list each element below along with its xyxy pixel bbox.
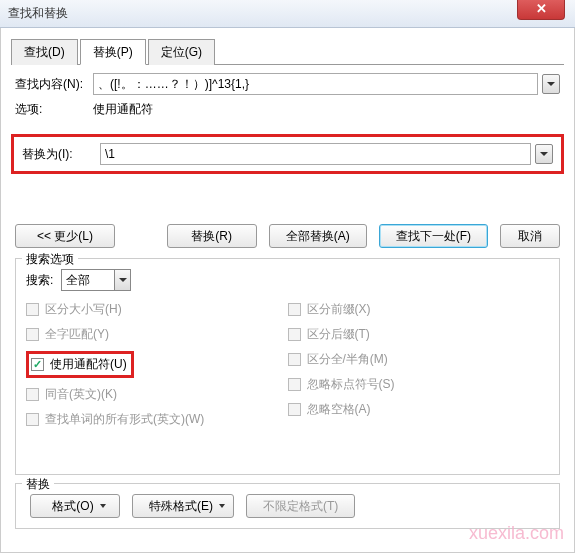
find-next-button[interactable]: 查找下一处(F) [379, 224, 488, 248]
titlebar: 查找和替换 ✕ [0, 0, 575, 28]
checkbox-grid: 区分大小写(H) 全字匹配(Y) 使用通配符(U) 同音(英文)(K) [26, 301, 549, 436]
wildcards-label: 使用通配符(U) [50, 356, 127, 373]
word-forms-checkbox [26, 413, 39, 426]
replace-value: \1 [105, 147, 526, 161]
match-case-checkbox [26, 303, 39, 316]
checkbox-col-right: 区分前缀(X) 区分后缀(T) 区分全/半角(M) 忽略标点符号(S) 忽略空格… [288, 301, 550, 436]
search-direction-value: 全部 [62, 272, 114, 289]
match-suffix-label: 区分后缀(T) [307, 326, 370, 343]
find-label: 查找内容(N): [15, 76, 93, 93]
search-direction-row: 搜索: 全部 [26, 269, 549, 291]
ignore-punct-label: 忽略标点符号(S) [307, 376, 395, 393]
options-row: 选项: 使用通配符 [11, 101, 564, 118]
find-value: 、([!。：……？！）)]^13{1,} [98, 76, 533, 93]
replace-button[interactable]: 替换(R) [167, 224, 257, 248]
options-label: 选项: [15, 101, 93, 118]
close-button[interactable]: ✕ [517, 0, 565, 20]
select-dropdown-button [114, 270, 130, 290]
replace-all-button[interactable]: 全部替换(A) [269, 224, 367, 248]
chevron-down-icon [219, 504, 225, 508]
word-forms-label: 查找单词的所有形式(英文)(W) [45, 411, 204, 428]
find-dropdown-button[interactable] [542, 74, 560, 94]
special-button[interactable]: 特殊格式(E) [132, 494, 234, 518]
search-options-legend: 搜索选项 [22, 251, 78, 268]
window-title: 查找和替换 [8, 5, 68, 22]
replace-label: 替换为(I): [22, 146, 100, 163]
format-button-row: 格式(O) 特殊格式(E) 不限定格式(T) [26, 494, 549, 518]
match-case-label: 区分大小写(H) [45, 301, 122, 318]
close-icon: ✕ [536, 1, 547, 16]
chevron-down-icon [119, 278, 127, 282]
sounds-like-label: 同音(英文)(K) [45, 386, 117, 403]
wildcards-checkbox[interactable] [31, 358, 44, 371]
no-format-button: 不限定格式(T) [246, 494, 355, 518]
replace-fieldset: 替换 格式(O) 特殊格式(E) 不限定格式(T) [15, 483, 560, 529]
match-suffix-checkbox [288, 328, 301, 341]
tab-find[interactable]: 查找(D) [11, 39, 78, 65]
find-row: 查找内容(N): 、([!。：……？！）)]^13{1,} [11, 73, 564, 95]
chevron-down-icon [540, 152, 548, 156]
search-direction-label: 搜索: [26, 272, 53, 289]
cancel-button[interactable]: 取消 [500, 224, 560, 248]
match-prefix-checkbox [288, 303, 301, 316]
replace-highlight: 替换为(I): \1 [11, 134, 564, 174]
replace-row: 替换为(I): \1 [18, 143, 557, 165]
find-input[interactable]: 、([!。：……？！）)]^13{1,} [93, 73, 538, 95]
match-prefix-label: 区分前缀(X) [307, 301, 371, 318]
ignore-space-checkbox [288, 403, 301, 416]
tab-strip: 查找(D) 替换(P) 定位(G) [11, 38, 564, 65]
dialog-body: 查找(D) 替换(P) 定位(G) 查找内容(N): 、([!。：……？！）)]… [0, 28, 575, 553]
whole-word-label: 全字匹配(Y) [45, 326, 109, 343]
whole-word-checkbox [26, 328, 39, 341]
full-half-checkbox [288, 353, 301, 366]
chevron-down-icon [547, 82, 555, 86]
search-direction-select[interactable]: 全部 [61, 269, 131, 291]
search-options-fieldset: 搜索选项 搜索: 全部 区分大小写(H) 全字匹配(Y) [15, 258, 560, 475]
tab-goto[interactable]: 定位(G) [148, 39, 215, 65]
ignore-space-label: 忽略空格(A) [307, 401, 371, 418]
replace-dropdown-button[interactable] [535, 144, 553, 164]
replace-legend: 替换 [22, 476, 54, 493]
action-button-row: << 更少(L) 替换(R) 全部替换(A) 查找下一处(F) 取消 [11, 224, 564, 248]
less-button[interactable]: << 更少(L) [15, 224, 115, 248]
tab-replace[interactable]: 替换(P) [80, 39, 146, 65]
ignore-punct-checkbox [288, 378, 301, 391]
wildcards-highlight: 使用通配符(U) [26, 351, 134, 378]
options-value: 使用通配符 [93, 101, 153, 118]
replace-input[interactable]: \1 [100, 143, 531, 165]
sounds-like-checkbox [26, 388, 39, 401]
format-button[interactable]: 格式(O) [30, 494, 120, 518]
chevron-down-icon [100, 504, 106, 508]
full-half-label: 区分全/半角(M) [307, 351, 388, 368]
checkbox-col-left: 区分大小写(H) 全字匹配(Y) 使用通配符(U) 同音(英文)(K) [26, 301, 288, 436]
